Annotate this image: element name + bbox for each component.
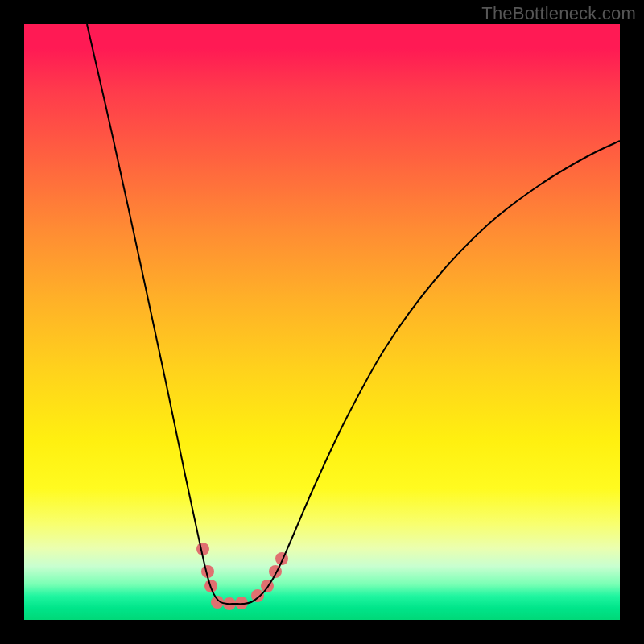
watermark-text: TheBottleneck.com (481, 3, 636, 24)
chart-frame: TheBottleneck.com (0, 0, 644, 644)
curve-layer (24, 24, 620, 620)
bottleneck-curve-path (87, 24, 620, 604)
plot-area (24, 24, 620, 620)
